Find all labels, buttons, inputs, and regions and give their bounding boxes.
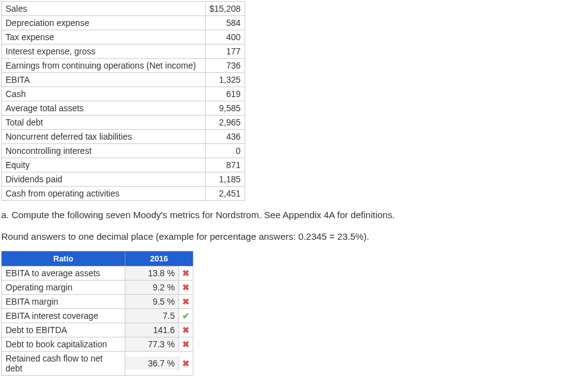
ratio-header-year: 2016	[125, 252, 193, 266]
table-row: Noncontrolling interest0	[2, 144, 245, 158]
ratio-value-cell[interactable]: 9.2 %✖	[125, 281, 193, 295]
table-row: Depreciation expense584	[2, 16, 245, 30]
financial-value: $15,208	[206, 2, 245, 16]
financial-label: Depreciation expense	[2, 16, 206, 30]
table-row: Earnings from continuing operations (Net…	[2, 59, 245, 73]
table-row: Sales$15,208	[2, 2, 245, 16]
financial-value: 0	[206, 144, 245, 158]
table-row: EBITA interest coverage7.5✔	[2, 309, 193, 323]
financial-value: 436	[206, 130, 245, 144]
x-icon: ✖	[182, 325, 190, 335]
financial-value: 177	[206, 44, 245, 59]
table-row: Tax expense400	[2, 30, 245, 44]
ratio-value-cell[interactable]: 7.5✔	[125, 309, 193, 323]
financial-label: Dividends paid	[2, 172, 206, 187]
financial-value: 1,185	[206, 172, 245, 187]
table-row: Operating margin9.2 %✖	[2, 281, 193, 295]
ratio-label: Debt to EBITDA	[2, 323, 125, 337]
financial-value: 9,585	[206, 101, 245, 116]
financial-label: Earnings from continuing operations (Net…	[2, 59, 206, 73]
table-row: Cash619	[2, 87, 245, 101]
table-row: EBITA margin9.5 %✖	[2, 295, 193, 309]
ratio-value: 13.8 %	[125, 266, 179, 280]
table-row: Noncurrent deferred tax liabilities436	[2, 130, 245, 144]
table-row: Equity871	[2, 158, 245, 172]
ratio-value: 7.5	[125, 309, 179, 323]
ratio-value-cell[interactable]: 13.8 %✖	[125, 266, 193, 281]
financial-label: Cash	[2, 87, 206, 101]
ratio-value-cell[interactable]: 9.5 %✖	[125, 295, 193, 309]
table-row: Total debt2,965	[2, 116, 245, 130]
table-row: Retained cash flow to net debt36.7 %✖	[2, 352, 193, 376]
instruction-a: a. Compute the following seven Moody's m…	[1, 208, 587, 222]
financial-label: Equity	[2, 158, 206, 172]
x-icon: ✖	[182, 297, 190, 307]
ratio-header-ratio: Ratio	[2, 252, 125, 266]
x-icon: ✖	[182, 268, 190, 278]
ratio-value: 9.2 %	[125, 281, 179, 294]
table-row: EBITA1,325	[2, 73, 245, 87]
financials-table: Sales$15,208Depreciation expense584Tax e…	[1, 1, 245, 201]
financial-value: 736	[206, 59, 245, 73]
ratio-value-cell[interactable]: 36.7 %✖	[125, 352, 193, 376]
ratio-label: Debt to book capitalization	[2, 337, 125, 352]
financial-label: Noncurrent deferred tax liabilities	[2, 130, 206, 144]
financial-label: Sales	[2, 2, 206, 16]
financial-label: Cash from operating activities	[2, 187, 206, 201]
table-row: Debt to EBITDA141.6✖	[2, 323, 193, 337]
x-icon: ✖	[182, 282, 190, 292]
financial-label: Noncontrolling interest	[2, 144, 206, 158]
ratio-label: EBITA to average assets	[2, 266, 125, 281]
ratio-label: EBITA interest coverage	[2, 309, 125, 323]
ratio-value: 77.3 %	[125, 337, 179, 351]
table-row: Average total assets9,585	[2, 101, 245, 116]
table-row: EBITA to average assets13.8 %✖	[2, 266, 193, 281]
financial-label: Interest expense, gross	[2, 44, 206, 59]
ratio-value: 141.6	[125, 323, 179, 337]
financial-value: 871	[206, 158, 245, 172]
financial-value: 2,451	[206, 187, 245, 201]
x-icon: ✖	[182, 339, 190, 349]
check-icon: ✔	[182, 311, 190, 321]
instruction-round: Round answers to one decimal place (exam…	[1, 230, 587, 244]
table-row: Dividends paid1,185	[2, 172, 245, 187]
ratio-value: 9.5 %	[125, 295, 179, 308]
ratio-table: Ratio 2016 EBITA to average assets13.8 %…	[1, 251, 193, 376]
financial-label: Total debt	[2, 116, 206, 130]
table-row: Interest expense, gross177	[2, 44, 245, 59]
financial-value: 1,325	[206, 73, 245, 87]
financial-label: Tax expense	[2, 30, 206, 44]
financial-label: Average total assets	[2, 101, 206, 116]
financial-value: 619	[206, 87, 245, 101]
ratio-value-cell[interactable]: 77.3 %✖	[125, 337, 193, 352]
financial-value: 400	[206, 30, 245, 44]
financial-value: 2,965	[206, 116, 245, 130]
ratio-label: Operating margin	[2, 281, 125, 295]
ratio-value-cell[interactable]: 141.6✖	[125, 323, 193, 337]
ratio-label: EBITA margin	[2, 295, 125, 309]
financial-value: 584	[206, 16, 245, 30]
ratio-value: 36.7 %	[125, 357, 179, 370]
table-row: Debt to book capitalization77.3 %✖	[2, 337, 193, 352]
x-icon: ✖	[182, 358, 190, 368]
financial-label: EBITA	[2, 73, 206, 87]
ratio-label: Retained cash flow to net debt	[2, 352, 125, 376]
table-row: Cash from operating activities2,451	[2, 187, 245, 201]
